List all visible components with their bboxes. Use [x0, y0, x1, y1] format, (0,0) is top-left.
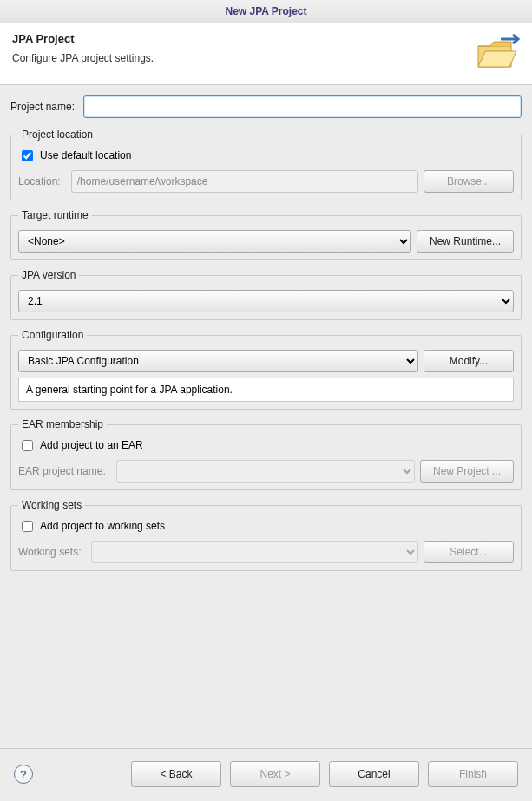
project-name-input[interactable]: [83, 95, 522, 118]
configuration-group: Configuration Basic JPA Configuration Mo…: [10, 329, 522, 410]
project-location-legend: Project location: [18, 128, 96, 141]
browse-button: Browse...: [424, 170, 514, 193]
jpa-version-legend: JPA version: [18, 269, 79, 281]
modify-button[interactable]: Modify...: [424, 350, 514, 372]
next-button: Next >: [230, 761, 320, 787]
project-name-row: Project name:: [10, 95, 522, 118]
window-titlebar: New JPA Project: [0, 0, 532, 23]
add-to-working-sets-label: Add project to working sets: [40, 520, 165, 532]
use-default-location-label: Use default location: [40, 149, 131, 161]
wizard-content: Project name: Project location Use defau…: [0, 85, 532, 748]
ear-project-name-select: [116, 460, 415, 483]
new-runtime-button[interactable]: New Runtime...: [417, 230, 514, 253]
location-input: [71, 170, 418, 193]
back-button[interactable]: < Back: [131, 761, 221, 787]
configuration-legend: Configuration: [18, 329, 87, 341]
target-runtime-select[interactable]: <None>: [18, 230, 411, 253]
wizard-footer: ? < Back Next > Cancel Finish: [0, 748, 532, 801]
configuration-description: A general starting point for a JPA appli…: [18, 378, 514, 402]
page-title: JPA Project: [12, 32, 475, 45]
working-sets-label: Working sets:: [18, 546, 81, 558]
working-sets-legend: Working sets: [18, 499, 85, 511]
wizard-header: JPA Project Configure JPA project settin…: [0, 23, 532, 85]
select-working-sets-button: Select...: [424, 541, 514, 563]
ear-membership-group: EAR membership Add project to an EAR EAR…: [10, 418, 522, 490]
window-title: New JPA Project: [225, 5, 306, 17]
add-to-ear-checkbox[interactable]: [22, 440, 33, 451]
project-name-label: Project name:: [10, 101, 75, 113]
help-icon[interactable]: ?: [14, 765, 33, 784]
location-label: Location:: [18, 175, 61, 187]
folder-icon: [475, 32, 520, 72]
target-runtime-group: Target runtime <None> New Runtime...: [10, 209, 522, 260]
target-runtime-legend: Target runtime: [18, 209, 92, 221]
configuration-select[interactable]: Basic JPA Configuration: [18, 350, 418, 372]
cancel-button[interactable]: Cancel: [329, 761, 419, 787]
add-to-working-sets-checkbox[interactable]: [22, 521, 33, 532]
working-sets-group: Working sets Add project to working sets…: [10, 499, 522, 571]
working-sets-select: [91, 541, 418, 563]
jpa-version-select[interactable]: 2.1: [18, 290, 514, 312]
add-to-ear-label: Add project to an EAR: [40, 439, 143, 451]
ear-project-name-label: EAR project name:: [18, 465, 106, 477]
finish-button: Finish: [428, 761, 518, 787]
new-project-button: New Project ...: [420, 460, 514, 483]
page-subtitle: Configure JPA project settings.: [12, 52, 475, 64]
jpa-version-group: JPA version 2.1: [10, 269, 522, 320]
project-location-group: Project location Use default location Lo…: [10, 128, 522, 200]
use-default-location-checkbox[interactable]: [22, 150, 33, 161]
ear-membership-legend: EAR membership: [18, 418, 107, 430]
